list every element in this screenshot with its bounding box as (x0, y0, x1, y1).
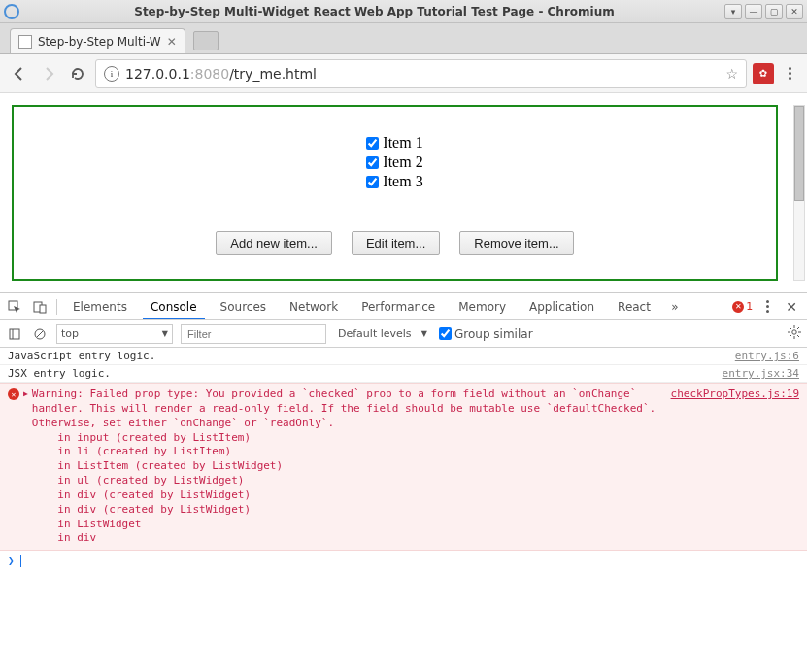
console-filterbar: top▼ Default levels▼ Group similar (0, 320, 807, 348)
log-message: JSX entry logic. (8, 367, 723, 380)
inspect-element-icon[interactable] (6, 298, 23, 316)
devtools-tab-sources[interactable]: Sources (213, 294, 274, 319)
new-tab-button[interactable] (193, 31, 219, 50)
browser-tab[interactable]: Step-by-Step Multi-W ✕ (10, 28, 185, 53)
reload-icon (70, 66, 85, 82)
tab-title: Step-by-Step Multi-W (38, 35, 161, 49)
chevron-down-icon: ▼ (162, 329, 168, 338)
log-levels-selector[interactable]: Default levels▼ (334, 324, 431, 344)
list-item: Item 3 (366, 173, 422, 190)
group-similar-checkbox[interactable]: Group similar (439, 327, 533, 341)
error-count-badge[interactable]: ✕1 (732, 300, 753, 313)
console-sidebar-toggle-icon[interactable] (6, 325, 23, 343)
tab-close-icon[interactable]: ✕ (167, 35, 177, 49)
window-maximize-button[interactable]: ▢ (765, 4, 783, 19)
list-item: Item 1 (366, 134, 422, 151)
devtools-tab-elements[interactable]: Elements (65, 294, 135, 319)
console-error-row: ✕ ▶ Warning: Failed prop type: You provi… (0, 383, 807, 551)
site-info-icon[interactable]: i (104, 66, 119, 82)
svg-line-13 (797, 335, 799, 337)
text-cursor (20, 555, 21, 567)
item-list: Item 1 Item 2 Item 3 (366, 134, 422, 192)
error-dot-icon: ✕ (732, 301, 744, 313)
button-row: Add new item... Edit item... Remove item… (216, 231, 573, 255)
devtools-tab-memory[interactable]: Memory (451, 294, 514, 319)
group-similar-input[interactable] (439, 327, 452, 340)
address-input[interactable]: i 127.0.0.1:8080/try_me.html ☆ (95, 59, 747, 88)
page-scrollbar[interactable] (793, 105, 805, 281)
item-label: Item 3 (383, 173, 422, 190)
address-toolbar: i 127.0.0.1:8080/try_me.html ☆ ✿ (0, 54, 807, 93)
log-source-link[interactable]: entry.jsx:34 (723, 367, 799, 380)
window-titlebar: Step-by-Step Multi-Widget React Web App … (0, 0, 807, 23)
group-similar-label: Group similar (454, 327, 533, 341)
console-prompt[interactable]: ❯ (0, 551, 807, 571)
favicon-icon (18, 35, 32, 49)
svg-line-6 (37, 331, 43, 337)
edit-item-button[interactable]: Edit item... (352, 231, 440, 255)
item-checkbox[interactable] (366, 176, 379, 188)
log-message: JavaScript entry logic. (8, 350, 735, 362)
error-count-value: 1 (746, 300, 753, 313)
window-title: Step-by-Step Multi-Widget React Web App … (27, 5, 722, 18)
window-ontop-button[interactable]: ▾ (724, 4, 742, 19)
scrollbar-thumb[interactable] (794, 106, 804, 201)
console-output: JavaScript entry logic. entry.js:6 JSX e… (0, 348, 807, 672)
console-settings-icon[interactable] (788, 325, 801, 342)
chromium-icon (4, 4, 19, 19)
svg-rect-2 (40, 305, 46, 313)
window-close-button[interactable]: ✕ (786, 4, 803, 19)
svg-line-15 (797, 327, 799, 329)
error-source-link[interactable]: checkPropTypes.js:19 (671, 387, 799, 400)
levels-value: Default levels (338, 327, 412, 340)
log-source-link[interactable]: entry.js:6 (735, 350, 799, 362)
devtools-tab-react[interactable]: React (610, 294, 658, 319)
svg-rect-3 (10, 329, 19, 339)
list-widget: Item 1 Item 2 Item 3 Add new item... Edi… (12, 105, 778, 281)
error-message: Warning: Failed prop type: You provided … (32, 387, 659, 546)
url-host: 127.0.0.1:8080/try_me.html (125, 66, 317, 82)
console-log-row: JSX entry logic. entry.jsx:34 (0, 365, 807, 383)
devtools-tab-console[interactable]: Console (143, 294, 205, 319)
context-selector[interactable]: top▼ (56, 324, 173, 344)
chevron-down-icon: ▼ (421, 329, 427, 338)
browser-tabstrip: Step-by-Step Multi-W ✕ (0, 23, 807, 54)
device-toolbar-icon[interactable] (31, 298, 49, 316)
arrow-left-icon (12, 66, 27, 82)
item-label: Item 1 (383, 134, 422, 151)
bookmark-star-icon[interactable]: ☆ (725, 66, 738, 82)
devtools-tab-network[interactable]: Network (282, 294, 346, 319)
window-minimize-button[interactable]: — (745, 4, 762, 19)
svg-point-7 (792, 330, 796, 334)
clear-console-icon[interactable] (31, 325, 49, 343)
error-icon: ✕ (8, 388, 19, 400)
devtools-tab-performance[interactable]: Performance (353, 294, 443, 319)
console-filter-input[interactable] (181, 324, 326, 344)
back-button[interactable] (8, 62, 31, 85)
console-log-row: JavaScript entry logic. entry.js:6 (0, 348, 807, 365)
chrome-menu-button[interactable] (780, 67, 799, 80)
item-checkbox[interactable] (366, 137, 379, 150)
expand-arrow-icon[interactable]: ▶ (23, 389, 28, 398)
context-value: top (61, 327, 79, 340)
list-item: Item 2 (366, 153, 422, 171)
arrow-right-icon (41, 66, 56, 82)
devtools-close-button[interactable]: ✕ (782, 299, 801, 315)
svg-line-14 (790, 335, 791, 337)
remove-item-button[interactable]: Remove item... (459, 231, 573, 255)
extension-icon[interactable]: ✿ (753, 63, 774, 84)
more-tabs-icon[interactable]: » (666, 298, 684, 316)
page-viewport: Item 1 Item 2 Item 3 Add new item... Edi… (0, 93, 807, 292)
devtools-tabbar: Elements Console Sources Network Perform… (0, 293, 807, 320)
prompt-caret-icon: ❯ (8, 554, 15, 567)
forward-button[interactable] (37, 62, 60, 85)
devtools-menu-button[interactable] (760, 300, 774, 313)
devtools-tab-application[interactable]: Application (521, 294, 602, 319)
item-checkbox[interactable] (366, 156, 379, 169)
svg-line-12 (790, 327, 791, 329)
reload-button[interactable] (66, 62, 89, 85)
devtools-panel: Elements Console Sources Network Perform… (0, 292, 807, 672)
item-label: Item 2 (383, 153, 422, 171)
add-item-button[interactable]: Add new item... (216, 231, 332, 255)
